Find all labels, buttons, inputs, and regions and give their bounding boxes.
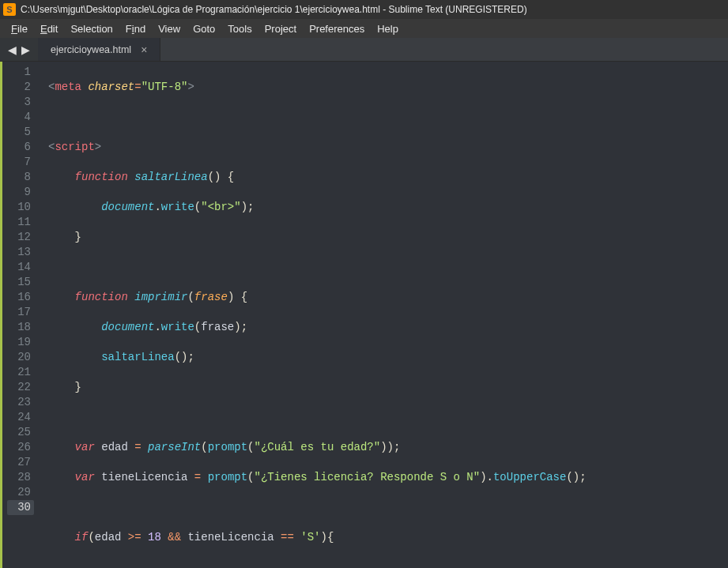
window-title: C:\Users\mjgut\Desktop\oracle\Lógica de …: [21, 4, 527, 15]
line-number: 15: [7, 275, 31, 290]
tab-label: ejercicioywea.html: [51, 44, 131, 55]
line-number: 14: [7, 260, 31, 275]
code-line: [48, 260, 587, 275]
code-line: var tieneLicencia = prompt("¿Tienes lice…: [48, 470, 587, 485]
code-line: }: [48, 230, 587, 245]
menu-selection[interactable]: Selection: [64, 21, 119, 37]
line-number: 25: [7, 425, 31, 440]
code-line: document.write(frase);: [48, 320, 587, 335]
menu-project[interactable]: Project: [258, 21, 303, 37]
line-number: 23: [7, 395, 31, 410]
line-number: 10: [7, 200, 31, 215]
line-number: 27: [7, 455, 31, 470]
line-number: 3: [7, 95, 31, 110]
line-number: 21: [7, 365, 31, 380]
minimap[interactable]: [715, 62, 728, 568]
code-line: <script>: [48, 140, 587, 155]
line-number: 26: [7, 440, 31, 455]
line-number: 28: [7, 470, 31, 485]
line-number: 18: [7, 320, 31, 335]
line-number: 8: [7, 170, 31, 185]
line-number: 2: [7, 80, 31, 95]
code-line: }: [48, 380, 587, 395]
line-number: 11: [7, 215, 31, 230]
line-number: 29: [7, 485, 31, 500]
code-area[interactable]: <meta charset="UTF-8"> <script> function…: [39, 62, 587, 568]
code-line: saltarLinea();: [48, 350, 587, 365]
nav-next-icon[interactable]: ▶: [21, 43, 30, 56]
nav-prev-icon[interactable]: ◀: [8, 43, 17, 56]
code-line: function imprimir(frase) {: [48, 290, 587, 305]
line-number: 17: [7, 305, 31, 320]
code-line: <meta charset="UTF-8">: [48, 80, 587, 95]
line-number: 4: [7, 110, 31, 125]
menu-file[interactable]: File: [5, 21, 34, 37]
code-line: document.write("<br>");: [48, 200, 587, 215]
nav-box: ◀ ▶: [0, 38, 38, 61]
editor[interactable]: 1 2 3 4 5 6 7 8 9 10 11 12 13 14 15 16 1…: [0, 62, 728, 568]
menu-help[interactable]: Help: [371, 21, 405, 37]
tab-close-icon[interactable]: ×: [141, 43, 147, 56]
app-icon: S: [3, 3, 16, 16]
title-bar: S C:\Users\mjgut\Desktop\oracle\Lógica d…: [0, 0, 728, 19]
code-line: function saltarLinea() {: [48, 170, 587, 185]
menu-preferences[interactable]: Preferences: [303, 21, 371, 37]
line-number: 22: [7, 380, 31, 395]
gutter: 1 2 3 4 5 6 7 8 9 10 11 12 13 14 15 16 1…: [2, 62, 39, 568]
menu-bar: File Edit Selection Find View Goto Tools…: [0, 19, 728, 38]
menu-view[interactable]: View: [152, 21, 187, 37]
menu-tools[interactable]: Tools: [221, 21, 258, 37]
line-number: 9: [7, 185, 31, 200]
menu-find[interactable]: Find: [119, 21, 152, 37]
code-line: [48, 110, 587, 125]
line-number: 16: [7, 290, 31, 305]
code-line: [48, 500, 587, 515]
line-number: 7: [7, 155, 31, 170]
line-number: 24: [7, 410, 31, 425]
line-number: 12: [7, 230, 31, 245]
line-number: 13: [7, 245, 31, 260]
code-line: [48, 410, 587, 425]
menu-goto[interactable]: Goto: [187, 21, 221, 37]
code-line: var edad = parseInt(prompt("¿Cuál es tu …: [48, 440, 587, 455]
line-number: 1: [7, 65, 31, 80]
code-line: if(edad >= 18 && tieneLicencia == 'S'){: [48, 530, 587, 545]
line-number: 20: [7, 350, 31, 365]
tab-row: ◀ ▶ ejercicioywea.html ×: [0, 38, 728, 62]
menu-edit[interactable]: Edit: [34, 21, 64, 37]
code-line: [48, 560, 587, 568]
tab-active[interactable]: ejercicioywea.html ×: [38, 38, 160, 61]
line-number: 19: [7, 335, 31, 350]
line-number: 6: [7, 140, 31, 155]
line-number-current: 30: [7, 500, 34, 515]
line-number: 5: [7, 125, 31, 140]
